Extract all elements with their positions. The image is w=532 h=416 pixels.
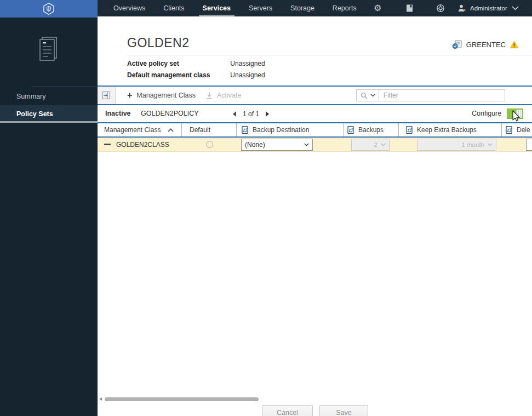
person-icon [457,4,467,13]
brand-logo[interactable] [0,0,98,18]
sidebar-item-policy-sets[interactable]: Policy Sets [0,105,98,123]
column-backup-destination[interactable]: Backup Destination [237,123,344,136]
activate-button[interactable]: Activate [206,87,241,104]
pager-next-icon[interactable] [266,111,269,117]
sort-asc-icon [168,128,174,132]
field-label: Active policy set [127,60,228,67]
cancel-button[interactable]: Cancel [262,405,313,416]
app-window: Overviews Clients Services Servers Stora… [0,0,532,416]
open-panel-button[interactable] [98,87,116,104]
nav-storage[interactable]: Storage [290,0,314,16]
warning-icon[interactable] [510,41,519,49]
nav-overviews[interactable]: Overviews [113,0,145,16]
selected-value: 1 month [461,141,484,148]
primary-nav: Overviews Clients Services Servers Stora… [98,0,357,16]
table-header: Management Class Default Backup Des [98,123,532,138]
header-divider [127,55,532,55]
policy-status: Inactive [105,105,131,122]
nav-clients[interactable]: Clients [163,0,184,16]
gear-icon[interactable]: ⚙ [374,0,381,16]
horizontal-scrollbar [98,397,532,402]
default-radio[interactable] [206,141,213,148]
column-keep-extra-backups[interactable]: Keep Extra Backups [399,123,502,136]
chevron-down-icon[interactable] [512,0,519,16]
toolbar: + Management Class Activate [98,87,532,104]
backup-destination-select[interactable]: (None) [241,139,313,151]
backup-sync-icon [505,126,513,134]
column-backups[interactable]: Backups [344,123,399,136]
user-name: Administrator [470,5,507,12]
backups-select-disabled: 2 [351,139,390,151]
toggle-handle[interactable] [516,110,522,118]
sidebar-item-summary[interactable]: Summary [0,88,98,105]
management-class-name: GOLDEN2CLASS [116,141,169,149]
selected-value: 2 [374,141,377,148]
nav-servers[interactable]: Servers [249,0,272,16]
book-icon[interactable] [406,0,413,16]
pager-label: 1 of 1 [243,110,259,118]
policy-name: GOLDEN2POLICY [141,105,199,122]
policy-set-bar: Inactive GOLDEN2POLICY 1 of 1 Configure [98,105,532,122]
cell-delete [502,138,532,151]
open-panel-icon [102,91,111,100]
help-icon[interactable] [436,0,445,16]
column-label: Management Class [104,126,161,134]
configure-toggle[interactable] [507,109,523,119]
backup-sync-icon [347,126,355,134]
sidebar-divider [31,86,98,87]
cell-management-class: GOLDEN2CLASS [98,138,182,151]
backup-sync-icon [241,126,249,134]
default-management-class-row: Default management class Unassigned [127,71,265,79]
policy-pager: 1 of 1 [233,105,269,122]
save-button[interactable]: Save [319,405,368,416]
user-menu[interactable]: Administrator [457,0,507,16]
column-label: Default [190,126,210,134]
table-row: GOLDEN2CLASS (None) 2 1 month [98,138,532,152]
column-label: Keep Extra Backups [417,126,477,134]
column-label: Backups [358,126,384,134]
active-policy-set-row: Active policy set Unassigned [127,60,265,67]
field-value: Unassigned [230,71,265,79]
cell-default [182,138,237,151]
sidebar: Summary Policy Sets [0,18,98,416]
column-delete[interactable]: Dele [502,123,532,136]
server-icon [452,39,462,50]
pager-prev-icon[interactable] [233,111,236,117]
plus-icon: + [127,90,132,100]
activate-label: Activate [217,92,241,99]
activate-icon [206,92,213,99]
server-chip: GREENTEC [452,39,519,50]
field-label: Default management class [127,71,228,79]
search-icon [361,92,368,99]
cell-keep-extra-backups: 1 month [399,138,502,151]
server-name[interactable]: GREENTEC [466,41,506,49]
remove-row-icon[interactable] [104,144,111,145]
main-content: GOLDEN2 GREENTEC Active policy set Unass… [98,16,532,416]
scroll-left-icon[interactable] [99,397,102,401]
backup-sync-icon [405,126,414,134]
configure-label: Configure [472,105,501,122]
chevron-down-icon [370,94,375,97]
delete-select[interactable] [526,139,532,151]
nav-services[interactable]: Services [203,0,231,16]
nav-reports[interactable]: Reports [333,0,357,16]
field-value: Unassigned [230,60,265,67]
chevron-down-icon [304,143,309,146]
column-label: Dele [517,126,530,134]
keep-extra-backups-select-disabled: 1 month [417,139,496,151]
page-title: GOLDEN2 [127,36,189,50]
chevron-down-icon [488,143,493,146]
filter-input[interactable] [379,89,505,101]
column-management-class[interactable]: Management Class [98,123,182,136]
cell-backup-destination: (None) [237,138,344,151]
column-default[interactable]: Default [182,123,237,136]
policy-document-icon [37,36,60,66]
selected-value: (None) [245,141,265,149]
hexagon-shield-icon [42,2,55,15]
add-management-class-label: Management Class [136,92,196,99]
scrollbar-thumb[interactable] [105,397,259,401]
search-options-button[interactable] [356,89,379,101]
chevron-down-icon [381,143,386,146]
column-label: Backup Destination [253,126,309,134]
add-management-class-button[interactable]: + Management Class [127,87,196,104]
